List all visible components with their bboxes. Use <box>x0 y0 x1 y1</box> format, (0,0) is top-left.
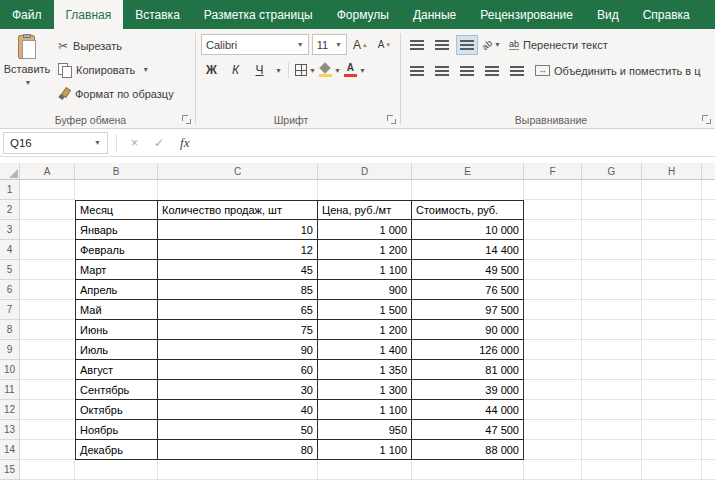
cell-H15[interactable] <box>642 460 702 480</box>
cell-E9[interactable]: 126 000 <box>412 340 524 360</box>
cell-A10[interactable] <box>20 360 75 380</box>
cell-H8[interactable] <box>642 320 702 340</box>
cell-E8[interactable]: 90 000 <box>412 320 524 340</box>
column-header-D[interactable]: D <box>318 163 412 180</box>
cell-H9[interactable] <box>642 340 702 360</box>
cell-B13[interactable]: Ноябрь <box>75 420 158 440</box>
cell-A11[interactable] <box>20 380 75 400</box>
cell-E14[interactable]: 88 000 <box>412 440 524 460</box>
grow-font-button[interactable]: А▲ <box>350 35 371 55</box>
cell-E4[interactable]: 14 400 <box>412 240 524 260</box>
cell-B9[interactable]: Июль <box>75 340 158 360</box>
cell-D11[interactable]: 1 300 <box>318 380 412 400</box>
cell-D10[interactable]: 1 350 <box>318 360 412 380</box>
cell-F2[interactable] <box>524 200 582 220</box>
cell-C10[interactable]: 60 <box>158 360 318 380</box>
cell-C8[interactable]: 75 <box>158 320 318 340</box>
cell-D8[interactable]: 1 200 <box>318 320 412 340</box>
row-header-12[interactable]: 12 <box>0 400 20 420</box>
cell-G10[interactable] <box>582 360 642 380</box>
decrease-indent-button[interactable] <box>481 61 503 81</box>
font-dialog-launcher-icon[interactable] <box>387 115 397 125</box>
cell-G7[interactable] <box>582 300 642 320</box>
cell-A5[interactable] <box>20 260 75 280</box>
cell-F15[interactable] <box>524 460 582 480</box>
orientation-button[interactable]: ab▼ <box>481 35 502 55</box>
clipboard-dialog-launcher-icon[interactable] <box>182 115 192 125</box>
cell-A7[interactable] <box>20 300 75 320</box>
shrink-font-button[interactable]: А▼ <box>374 35 395 55</box>
cell-G12[interactable] <box>582 400 642 420</box>
cell-G5[interactable] <box>582 260 642 280</box>
cell-E12[interactable]: 44 000 <box>412 400 524 420</box>
cell-H14[interactable] <box>642 440 702 460</box>
align-top-button[interactable] <box>406 35 428 55</box>
cell-A12[interactable] <box>20 400 75 420</box>
cell-E13[interactable]: 47 500 <box>412 420 524 440</box>
cell-B2[interactable]: Месяц <box>75 200 158 220</box>
cut-button[interactable]: ✂Вырезать <box>55 35 177 56</box>
tab-review[interactable]: Рецензирование <box>468 0 585 29</box>
cell-B7[interactable]: Май <box>75 300 158 320</box>
row-header-11[interactable]: 11 <box>0 380 20 400</box>
cell-F12[interactable] <box>524 400 582 420</box>
alignment-dialog-launcher-icon[interactable] <box>702 115 712 125</box>
cell-E7[interactable]: 97 500 <box>412 300 524 320</box>
cell-E11[interactable]: 39 000 <box>412 380 524 400</box>
align-middle-button[interactable] <box>431 35 453 55</box>
cell-A1[interactable] <box>20 180 75 200</box>
cell-D13[interactable]: 950 <box>318 420 412 440</box>
cell-G4[interactable] <box>582 240 642 260</box>
cell-G6[interactable] <box>582 280 642 300</box>
row-header-10[interactable]: 10 <box>0 360 20 380</box>
cell-G11[interactable] <box>582 380 642 400</box>
cell-H7[interactable] <box>642 300 702 320</box>
cell-E5[interactable]: 49 500 <box>412 260 524 280</box>
cell-B1[interactable] <box>75 180 158 200</box>
cell-C5[interactable]: 45 <box>158 260 318 280</box>
cell-C12[interactable]: 40 <box>158 400 318 420</box>
font-name-combo[interactable]: Calibri▼ <box>201 34 309 55</box>
insert-function-icon[interactable]: fx <box>180 135 189 151</box>
cell-H2[interactable] <box>642 200 702 220</box>
tab-file[interactable]: Файл <box>0 0 54 29</box>
cell-A13[interactable] <box>20 420 75 440</box>
cell-A3[interactable] <box>20 220 75 240</box>
cell-G3[interactable] <box>582 220 642 240</box>
row-header-9[interactable]: 9 <box>0 340 20 360</box>
align-left-button[interactable] <box>406 61 428 81</box>
cell-H10[interactable] <box>642 360 702 380</box>
cell-G15[interactable] <box>582 460 642 480</box>
cell-B11[interactable]: Сентябрь <box>75 380 158 400</box>
align-right-button[interactable] <box>456 61 478 81</box>
cell-C13[interactable]: 50 <box>158 420 318 440</box>
bold-button[interactable]: Ж <box>201 60 222 80</box>
cell-G1[interactable] <box>582 180 642 200</box>
cell-B12[interactable]: Октябрь <box>75 400 158 420</box>
cell-D12[interactable]: 1 100 <box>318 400 412 420</box>
cell-B8[interactable]: Июнь <box>75 320 158 340</box>
cell-C2[interactable]: Количество продаж, шт <box>158 200 318 220</box>
cell-F11[interactable] <box>524 380 582 400</box>
cell-A6[interactable] <box>20 280 75 300</box>
font-color-button[interactable]: А▼ <box>344 60 366 80</box>
cell-C11[interactable]: 30 <box>158 380 318 400</box>
cell-D1[interactable] <box>318 180 412 200</box>
cell-B15[interactable] <box>75 460 158 480</box>
cell-C9[interactable]: 90 <box>158 340 318 360</box>
cell-F10[interactable] <box>524 360 582 380</box>
wrap-text-button[interactable]: abПеренести текст <box>505 34 612 55</box>
column-header-A[interactable]: A <box>20 163 75 180</box>
underline-button[interactable]: Ч <box>249 60 270 80</box>
column-header-C[interactable]: C <box>158 163 318 180</box>
cell-F8[interactable] <box>524 320 582 340</box>
cancel-icon[interactable]: × <box>131 136 138 150</box>
name-box[interactable]: Q16▼ <box>3 132 108 154</box>
row-header-1[interactable]: 1 <box>0 180 20 200</box>
cell-E15[interactable] <box>412 460 524 480</box>
column-header-F[interactable]: F <box>524 163 582 180</box>
cell-A9[interactable] <box>20 340 75 360</box>
cell-B10[interactable]: Август <box>75 360 158 380</box>
cell-H5[interactable] <box>642 260 702 280</box>
row-header-3[interactable]: 3 <box>0 220 20 240</box>
